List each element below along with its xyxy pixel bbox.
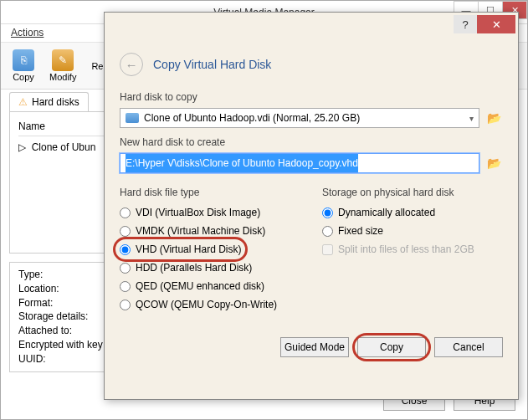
browse-icon[interactable]: 📂 — [484, 109, 503, 127]
label-new: New hard disk to create — [120, 136, 503, 148]
cancel-button[interactable]: Cancel — [434, 337, 503, 357]
close-button[interactable]: ✕ — [477, 15, 515, 33]
source-disk-dropdown[interactable]: Clone of Ubunto Hadoop.vdi (Normal, 25.2… — [120, 108, 479, 128]
radio-vhd[interactable]: VHD (Virtual Hard Disk) — [120, 240, 241, 259]
label-storage: Storage on physical hard disk — [322, 187, 503, 198]
copy-icon: ⎘ — [13, 49, 34, 71]
menu-actions[interactable]: Actions — [11, 27, 44, 38]
radio-hdd[interactable]: HDD (Parallels Hard Disk) — [120, 259, 300, 277]
chevron-down-icon: ▾ — [469, 114, 474, 123]
path-value: E:\Hyper V\disks\Clone of Ubunto Hadoop_… — [126, 154, 358, 172]
back-button[interactable]: ← — [120, 53, 143, 76]
tab-harddisks[interactable]: ⚠ Hard disks — [9, 92, 89, 111]
browse-icon[interactable]: 📂 — [484, 154, 503, 172]
radio-dynamic[interactable]: Dynamically allocated — [322, 203, 503, 222]
toolbar-modify[interactable]: ✎ Modify — [44, 48, 81, 84]
toolbar-copy[interactable]: ⎘ Copy — [8, 48, 39, 84]
wizard-title: Copy Virtual Hard Disk — [153, 58, 271, 71]
radio-qed[interactable]: QED (QEMU enhanced disk) — [120, 277, 300, 295]
radio-vmdk[interactable]: VMDK (Virtual Machine Disk) — [120, 222, 300, 240]
destination-path-input[interactable]: E:\Hyper V\disks\Clone of Ubunto Hadoop_… — [120, 153, 479, 173]
help-button[interactable]: ? — [454, 15, 477, 33]
radio-fixed[interactable]: Fixed size — [322, 222, 503, 240]
radio-vdi[interactable]: VDI (VirtualBox Disk Image) — [120, 203, 300, 222]
label-filetype: Hard disk file type — [120, 187, 300, 198]
label-copy: Hard disk to copy — [120, 91, 503, 103]
check-split: Split into files of less than 2GB — [322, 240, 503, 259]
modify-icon: ✎ — [52, 49, 74, 71]
dropdown-value: Clone of Ubunto Hadoop.vdi (Normal, 25.2… — [144, 112, 360, 124]
copy-wizard-dialog: ? ✕ ← Copy Virtual Hard Disk Hard disk t… — [104, 12, 519, 400]
guided-mode-button[interactable]: Guided Mode — [280, 337, 349, 357]
disk-icon — [126, 113, 139, 123]
warning-icon: ⚠ — [18, 96, 28, 108]
radio-qcow[interactable]: QCOW (QEMU Copy-On-Write) — [120, 295, 300, 314]
copy-button[interactable]: Copy — [357, 337, 426, 357]
modal-titlebar: ? ✕ — [105, 13, 518, 38]
